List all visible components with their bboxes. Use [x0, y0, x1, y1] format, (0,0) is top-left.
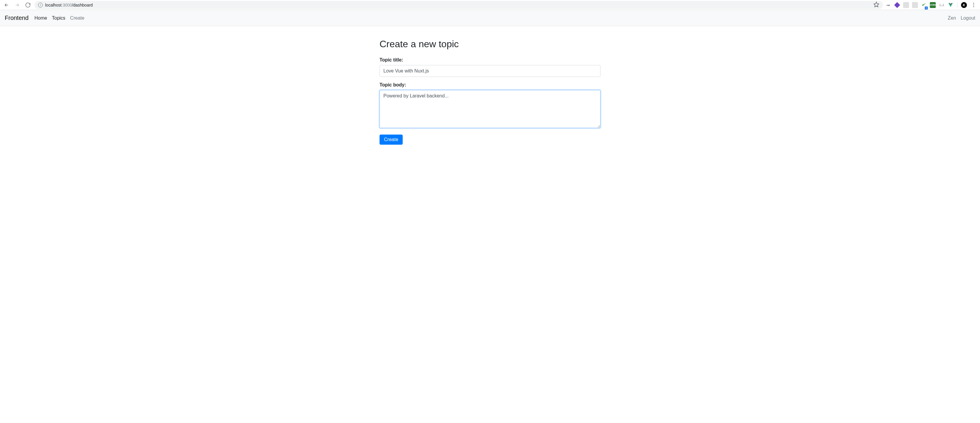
- topic-title-label: Topic title:: [380, 57, 600, 63]
- browser-toolbar: i localhost:3000/dashboard css CORS {…} …: [0, 0, 980, 10]
- vue-devtools-icon[interactable]: [948, 2, 954, 8]
- main-content: Create a new topic Topic title: Topic bo…: [377, 39, 603, 145]
- nav-link-home[interactable]: Home: [35, 16, 47, 21]
- form-group-body: Topic body: Powered by Laravel backend..…: [380, 82, 600, 129]
- topic-body-textarea[interactable]: Powered by Laravel backend...: [380, 90, 600, 128]
- extension-icon[interactable]: [921, 2, 927, 8]
- svg-marker-0: [874, 2, 879, 7]
- extension-icon[interactable]: css: [885, 2, 891, 8]
- toolbar-divider: [957, 2, 958, 8]
- profile-avatar-icon[interactable]: K: [961, 2, 967, 8]
- extension-icon[interactable]: CORS: [930, 2, 936, 8]
- url-text: localhost:3000/dashboard: [45, 3, 93, 8]
- browser-forward-button[interactable]: [13, 1, 21, 9]
- extension-icon[interactable]: [894, 2, 900, 8]
- browser-reload-button[interactable]: [24, 1, 32, 9]
- create-topic-form: Topic title: Topic body: Powered by Lara…: [380, 57, 600, 145]
- page-title: Create a new topic: [380, 39, 600, 49]
- navbar-brand[interactable]: Frontend: [5, 14, 29, 21]
- extension-icon[interactable]: [912, 2, 918, 8]
- extension-icon[interactable]: [903, 2, 909, 8]
- browser-address-bar[interactable]: i localhost:3000/dashboard: [35, 1, 883, 9]
- browser-menu-button[interactable]: [970, 3, 977, 7]
- site-info-icon[interactable]: i: [38, 3, 43, 8]
- navbar-nav-right: Zen Logout: [948, 16, 975, 21]
- extension-icon[interactable]: {…}: [939, 2, 945, 8]
- form-group-title: Topic title:: [380, 57, 600, 77]
- nav-link-logout[interactable]: Logout: [961, 16, 975, 21]
- nav-user-name[interactable]: Zen: [948, 16, 956, 21]
- nav-link-topics[interactable]: Topics: [52, 16, 65, 21]
- bookmark-star-icon[interactable]: [873, 2, 879, 8]
- browser-extensions: css CORS {…} K: [885, 2, 978, 8]
- topic-title-input[interactable]: [380, 65, 600, 77]
- browser-back-button[interactable]: [2, 1, 11, 9]
- app-navbar: Frontend Home Topics Create Zen Logout: [0, 10, 980, 26]
- nav-link-create[interactable]: Create: [70, 16, 84, 21]
- navbar-nav-left: Home Topics Create: [35, 16, 84, 21]
- create-submit-button[interactable]: Create: [380, 135, 403, 145]
- topic-body-label: Topic body:: [380, 82, 600, 87]
